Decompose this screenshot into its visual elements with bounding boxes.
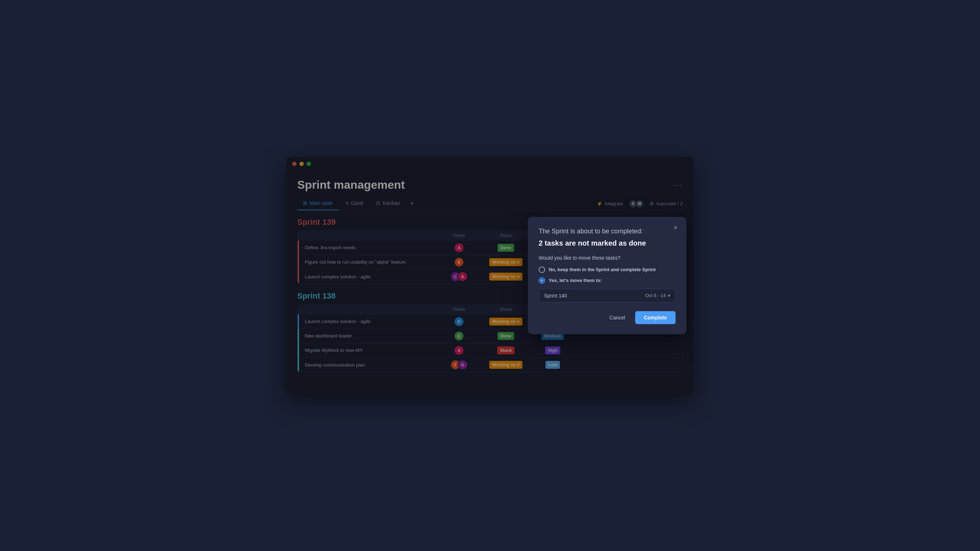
radio-option-no[interactable]: No, keep them in the Sprint and complete… <box>539 267 676 273</box>
modal-overlay: × The Sprint is about to be completed: 2… <box>286 157 694 394</box>
close-icon: × <box>674 224 678 232</box>
sprint-dropdown-date: Oct 6 - 14 ▾ <box>645 293 670 298</box>
modal-subtitle: 2 tasks are not marked as done <box>539 238 676 248</box>
radio-button-no[interactable] <box>539 267 545 273</box>
modal-close-button[interactable]: × <box>670 222 681 233</box>
chevron-down-icon: ▾ <box>668 293 670 298</box>
modal-question: Would you like to move these tasks? <box>539 255 676 261</box>
radio-label-no: No, keep them in the Sprint and complete… <box>549 267 656 272</box>
app-window: Sprint management ··· ⊞ Main table ≡ Gan… <box>286 157 694 394</box>
complete-sprint-modal: × The Sprint is about to be completed: 2… <box>528 217 686 334</box>
radio-label-yes: Yes, let's move them to: <box>549 278 602 283</box>
radio-option-yes[interactable]: Yes, let's move them to: <box>539 277 676 284</box>
cancel-button[interactable]: Cancel <box>604 311 631 324</box>
sprint-dropdown-label: Sprint 140 <box>544 293 567 299</box>
sprint-dropdown[interactable]: Sprint 140 Oct 6 - 14 ▾ <box>539 289 676 303</box>
modal-title: The Sprint is about to be completed: <box>539 227 676 236</box>
radio-button-yes[interactable] <box>539 277 545 284</box>
complete-button[interactable]: Complete <box>635 311 676 324</box>
modal-footer: Cancel Complete <box>539 311 676 324</box>
